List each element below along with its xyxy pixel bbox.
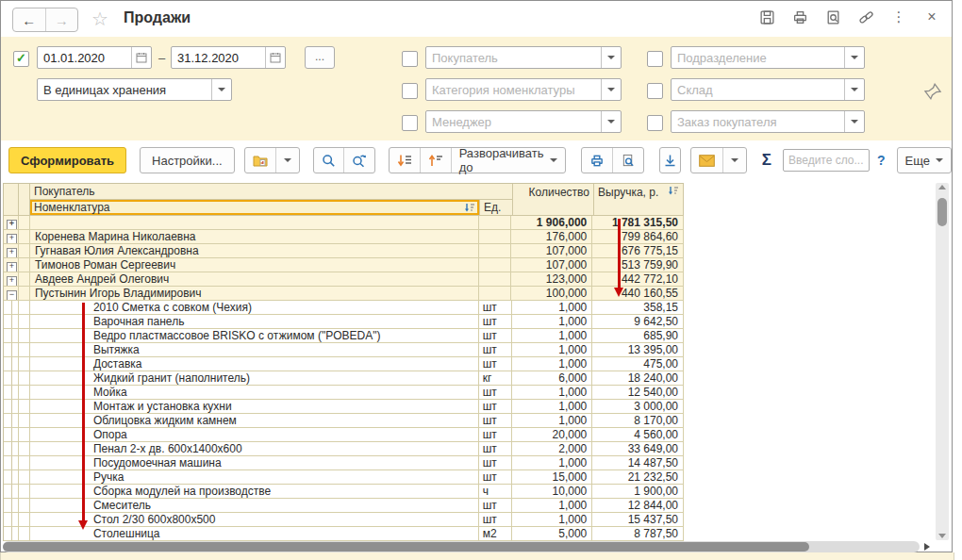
quantity-cell[interactable]: 1,000 (512, 301, 593, 315)
expand-row-icon[interactable]: + (7, 220, 17, 230)
nomenclature-cell[interactable]: Смеситель (30, 499, 479, 513)
unit-cell[interactable] (479, 230, 512, 244)
department-input[interactable] (672, 47, 844, 68)
nomenclature-cell[interactable]: Вытяжка (30, 343, 479, 357)
unit-cell[interactable]: шт (479, 428, 512, 442)
category-field[interactable] (425, 78, 622, 101)
nomenclature-cell[interactable]: Пенал 2-х дв. 600х1400х600 (30, 442, 479, 456)
save-report-button[interactable] (659, 147, 681, 173)
unit-cell[interactable]: шт (479, 315, 512, 329)
revenue-cell[interactable]: 8 787,50 (592, 527, 684, 541)
nomenclature-cell[interactable]: Ручка (30, 470, 479, 485)
quantity-cell[interactable]: 1,000 (512, 329, 593, 343)
column-header-revenue[interactable]: Выручка, р. (594, 184, 684, 216)
horizontal-scrollbar[interactable] (3, 541, 920, 552)
report-variants-button[interactable] (245, 148, 276, 173)
table-row[interactable]: Стол 2/30 600х800х500шт1,00015 437,50 (4, 513, 684, 527)
buyer-field[interactable] (425, 46, 622, 69)
unit-cell[interactable]: шт (479, 329, 512, 343)
unit-cell[interactable]: кг (479, 371, 512, 386)
quantity-cell[interactable]: 107,000 (511, 258, 592, 272)
quantity-cell[interactable]: 10,000 (512, 485, 593, 499)
quantity-cell[interactable]: 1 906,000 (511, 216, 592, 230)
quantity-cell[interactable]: 176,000 (511, 230, 592, 244)
revenue-cell[interactable]: 799 864,60 (592, 230, 684, 244)
column-header-buyer[interactable]: Покупатель (30, 184, 513, 200)
table-row[interactable]: Столешницам25,0008 787,50 (4, 527, 684, 541)
nomenclature-cell[interactable]: Доставка (30, 357, 479, 371)
revenue-cell[interactable]: 685,90 (592, 329, 684, 343)
table-row[interactable]: Жидкий гранит (наполнитель)кг6,00018 240… (4, 371, 684, 386)
date-to-field[interactable] (171, 46, 286, 69)
nomenclature-cell[interactable]: Опора (30, 428, 479, 442)
table-row[interactable]: Ручкашт15,00021 232,50 (4, 470, 684, 485)
table-row[interactable]: +Авдеев Андрей Олегович123,000442 772,10 (4, 272, 684, 287)
table-row[interactable]: Облицовка жидким камнемшт1,0008 170,00 (4, 414, 684, 428)
buyer-cell[interactable]: Тимонов Роман Сергеевич (30, 258, 479, 272)
quantity-cell[interactable]: 6,000 (512, 371, 593, 386)
revenue-cell[interactable]: 13 395,00 (592, 343, 684, 357)
expander-cell[interactable]: + (4, 272, 19, 287)
revenue-cell[interactable]: 12 844,00 (592, 499, 684, 513)
expander-cell[interactable]: + (4, 230, 19, 244)
save-button[interactable] (758, 8, 775, 25)
revenue-cell[interactable]: 1 781 315,50 (592, 216, 684, 230)
nomenclature-cell[interactable]: 2010 Сметка с совком (Чехия) (30, 301, 479, 315)
expand-row-icon[interactable]: + (7, 234, 17, 244)
calendar-icon[interactable] (265, 47, 285, 68)
manager-input[interactable] (426, 111, 601, 132)
revenue-cell[interactable]: 1 900,00 (592, 485, 684, 499)
sort-descending-icon[interactable] (668, 186, 679, 196)
buyer-cell[interactable]: Авдеев Андрей Олегович (30, 272, 479, 287)
revenue-cell[interactable]: 12 540,00 (592, 386, 684, 400)
quantity-cell[interactable]: 123,000 (511, 272, 592, 287)
unit-cell[interactable] (479, 216, 512, 230)
calendar-icon[interactable] (131, 47, 151, 68)
table-row[interactable]: +1 906,0001 781 315,50 (4, 216, 684, 230)
collapse-row-icon[interactable]: − (7, 290, 17, 301)
revenue-cell[interactable]: 15 437,50 (592, 513, 684, 527)
warehouse-input[interactable] (672, 79, 844, 100)
revenue-cell[interactable]: 4 560,00 (592, 428, 684, 442)
table-row[interactable]: 2010 Сметка с совком (Чехия)шт1,000358,1… (4, 301, 684, 315)
quantity-cell[interactable]: 100,000 (511, 287, 592, 301)
nomenclature-cell[interactable]: Посудомоечная машина (30, 456, 479, 470)
table-row[interactable]: Вытяжкашт1,00013 395,00 (4, 343, 684, 357)
quantity-cell[interactable]: 1,000 (512, 499, 593, 513)
customer-order-input[interactable] (672, 111, 844, 132)
unit-cell[interactable]: шт (479, 513, 512, 527)
expander-cell[interactable]: + (4, 216, 19, 230)
buyer-input[interactable] (426, 47, 601, 68)
table-row[interactable]: Монтаж и установка кухништ1,0003 000,00 (4, 400, 684, 414)
preview-report-button[interactable] (613, 148, 643, 173)
chevron-down-icon[interactable] (601, 79, 621, 100)
print-report-button[interactable] (582, 148, 613, 173)
vertical-scrollbar-thumb[interactable] (937, 198, 947, 226)
unit-cell[interactable]: шт (479, 386, 512, 400)
help-button[interactable]: ? (877, 153, 886, 168)
nomenclature-cell[interactable]: Сборка модулей на производстве (30, 485, 479, 499)
revenue-cell[interactable]: 513 759,90 (592, 258, 684, 272)
expand-all-button[interactable] (390, 148, 421, 173)
unit-cell[interactable]: шт (479, 470, 512, 485)
close-button[interactable]: × (923, 8, 940, 25)
revenue-cell[interactable]: 21 232,50 (592, 470, 684, 485)
table-row[interactable]: Мойкашт1,00012 540,00 (4, 386, 684, 400)
table-row[interactable]: −Пустынин Игорь Владимирович100,000440 1… (4, 287, 684, 301)
buyer-checkbox[interactable] (402, 51, 418, 67)
chevron-down-icon[interactable] (601, 47, 621, 68)
date-to-input[interactable] (172, 47, 265, 68)
revenue-cell[interactable]: 676 775,15 (592, 244, 684, 258)
department-field[interactable] (671, 46, 865, 69)
table-row[interactable]: Доставкашт1,000475,00 (4, 357, 684, 371)
department-checkbox[interactable] (647, 51, 663, 67)
quantity-cell[interactable]: 2,000 (512, 442, 593, 456)
more-actions-button[interactable]: Еще (898, 148, 951, 173)
print-button[interactable] (791, 8, 808, 25)
column-header-unit[interactable]: Ед. (480, 200, 513, 216)
scroll-down-icon[interactable] (938, 534, 946, 538)
column-header-nomenclature[interactable]: Номенклатура (30, 200, 480, 216)
quantity-cell[interactable]: 1,000 (512, 315, 593, 329)
nomenclature-cell[interactable]: Столешница (30, 527, 479, 541)
period-more-button[interactable]: ... (305, 46, 335, 69)
